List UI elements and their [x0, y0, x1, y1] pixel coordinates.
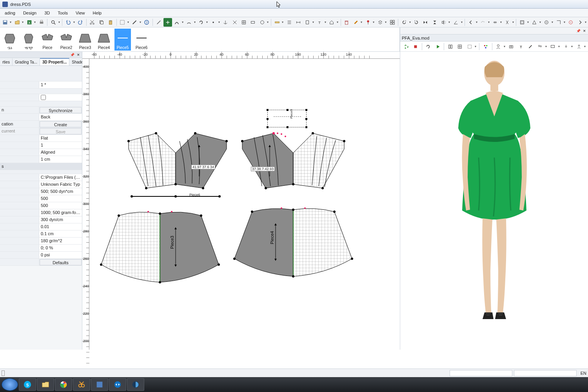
flip-v-icon[interactable] [430, 18, 439, 27]
tab-3d-properties[interactable]: 3D Properti... [40, 58, 69, 65]
pin-icon[interactable]: 📌 [575, 29, 581, 33]
avatar-icon[interactable] [494, 42, 502, 51]
status-language[interactable]: EN [581, 371, 586, 376]
layer-tool-icon[interactable] [376, 18, 384, 27]
pattern-piece6[interactable] [131, 194, 221, 199]
select-icon[interactable] [118, 18, 127, 27]
move-tool-icon[interactable] [163, 18, 172, 27]
view2-icon[interactable] [456, 42, 464, 51]
dropdown-icon[interactable]: ▾ [21, 20, 24, 24]
piece-thumb-3[interactable]: Piece2 [58, 29, 74, 51]
piece-thumb-0[interactable]: גבי [2, 29, 18, 51]
brush-tool-icon[interactable] [352, 18, 360, 27]
start-button[interactable] [2, 378, 18, 391]
piece-thumb-5[interactable]: Piece4 [96, 29, 112, 51]
scissors-tool-icon[interactable] [230, 18, 239, 27]
text-tool-icon[interactable]: T [316, 18, 324, 27]
close-icon[interactable]: ✕ [76, 53, 81, 57]
piece-thumb-1[interactable]: קדמי [20, 29, 37, 51]
pattern-piece-right-top[interactable] [238, 129, 348, 192]
piece-thumb-7[interactable]: Piece6 [133, 29, 150, 51]
grade4-tool-icon[interactable] [555, 18, 563, 27]
selection-box[interactable]: Piece5 [267, 110, 307, 127]
dropdown-icon[interactable]: ▾ [139, 20, 142, 24]
pattern-tool-icon[interactable] [303, 18, 312, 27]
open-icon[interactable] [13, 18, 21, 27]
view3-icon[interactable] [465, 42, 474, 51]
pattern-canvas[interactable]: Piece5 41.97 37.6 34 [89, 59, 400, 350]
excel-icon[interactable]: X [25, 18, 33, 27]
taskbar-skype-icon[interactable]: S [19, 378, 36, 391]
refresh-icon[interactable] [424, 42, 432, 51]
play-icon[interactable] [434, 42, 442, 51]
piece-thumb-2[interactable]: Piece [39, 29, 56, 51]
display-icon[interactable] [549, 42, 557, 51]
menu-tools[interactable]: Tools [54, 9, 72, 16]
taskbar-teamviewer-icon[interactable] [109, 378, 126, 391]
tab-grading[interactable]: Grading Ta... [13, 58, 40, 65]
taskbar-explorer-icon[interactable] [37, 378, 54, 391]
mirror-tool-icon[interactable] [439, 18, 448, 27]
flip-h-icon[interactable] [421, 18, 430, 27]
taskbar-app1-icon[interactable] [73, 378, 90, 391]
users-icon[interactable] [536, 42, 544, 51]
menu-design[interactable]: Design [19, 9, 40, 16]
grade-tool-icon[interactable] [518, 18, 526, 27]
dropdown-icon[interactable]: ▾ [127, 20, 130, 24]
pen3d-icon[interactable] [526, 42, 534, 51]
dropdown-icon[interactable]: ▾ [58, 20, 61, 24]
view1-icon[interactable] [446, 42, 454, 51]
taskbar-app2-icon[interactable] [91, 378, 108, 391]
prop-checkbox[interactable] [41, 95, 46, 100]
grade2-tool-icon[interactable] [530, 18, 538, 27]
tool-icon[interactable] [131, 18, 139, 27]
seam-tool-icon[interactable] [479, 18, 487, 27]
pin-icon[interactable]: 📌 [69, 53, 75, 57]
grid2-tool-icon[interactable] [388, 18, 396, 27]
line-tool-icon[interactable] [154, 18, 163, 27]
anchor-tool-icon[interactable] [221, 18, 230, 27]
home-tool-icon[interactable] [328, 18, 336, 27]
circle-tool-icon[interactable] [258, 18, 266, 27]
dropdown-icon[interactable]: ▾ [73, 20, 76, 24]
walk-tool-icon[interactable] [503, 18, 511, 27]
target-tool-icon[interactable] [567, 18, 575, 27]
stop-icon[interactable] [411, 42, 419, 51]
taskbar-app3-icon[interactable] [127, 378, 144, 391]
dropdown-icon[interactable]: ▾ [33, 20, 36, 24]
align-tool-icon[interactable] [285, 18, 293, 27]
pattern-piece-left-top[interactable] [125, 129, 230, 192]
material-icon[interactable] [481, 42, 490, 51]
dim-tool-icon[interactable] [294, 18, 302, 27]
measure-tool-icon[interactable] [273, 18, 281, 27]
taskbar-chrome-icon[interactable] [55, 378, 72, 391]
rect-tool-icon[interactable] [249, 18, 257, 27]
recycle-icon[interactable] [402, 42, 410, 51]
export-icon[interactable] [562, 42, 570, 51]
curve-tool-icon[interactable] [173, 18, 181, 27]
notch-tool-icon[interactable] [491, 18, 499, 27]
help-icon[interactable]: ? [143, 18, 151, 27]
synchronize-button[interactable]: Synchronize [40, 107, 82, 113]
print-icon[interactable] [37, 18, 45, 27]
cut-icon[interactable] [88, 18, 96, 27]
zoom-icon[interactable] [49, 18, 57, 27]
point-tool-icon[interactable] [209, 18, 218, 27]
rotate-tool-icon[interactable] [197, 18, 205, 27]
arrow-l-icon[interactable] [466, 18, 475, 27]
rot-ccw-icon[interactable] [412, 18, 420, 27]
save-button[interactable]: Save [40, 128, 82, 134]
redo-icon[interactable] [76, 18, 84, 27]
tab-properties[interactable]: rties [0, 58, 13, 65]
menu-view[interactable]: View [72, 9, 89, 16]
pin-tool-icon[interactable] [364, 18, 372, 27]
3d-viewport[interactable] [400, 52, 588, 350]
create-button[interactable]: Create [40, 121, 82, 127]
camera-icon[interactable] [507, 42, 515, 51]
people-icon[interactable] [575, 42, 583, 51]
piece-thumb-4[interactable]: Piece3 [77, 29, 93, 51]
pattern-piece3[interactable]: Piece3 [97, 204, 223, 286]
grid-tool-icon[interactable] [240, 18, 248, 27]
paste-icon[interactable] [106, 18, 114, 27]
close-panel-icon[interactable]: ✕ [582, 29, 587, 33]
